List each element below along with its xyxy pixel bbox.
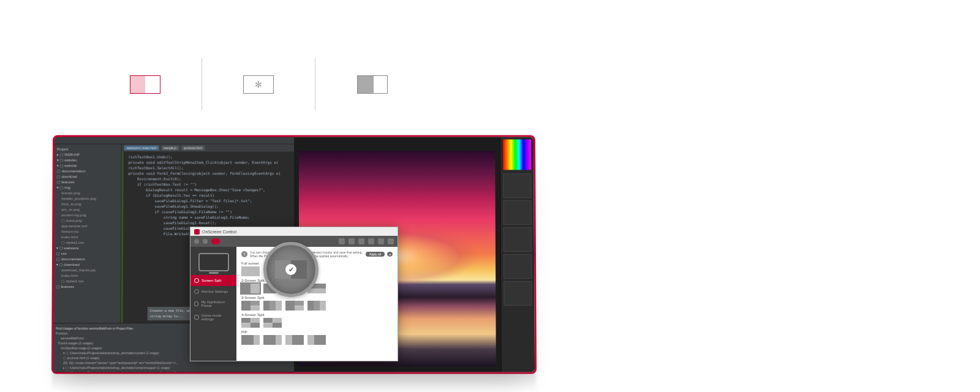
tree-folder[interactable]: ▢ features bbox=[57, 179, 119, 185]
tree-file[interactable]: download_thanks.jsp bbox=[56, 268, 118, 273]
navigator-panel[interactable] bbox=[503, 281, 532, 306]
code-line: Environment.Exit(0); bbox=[128, 176, 289, 181]
editor-tab[interactable]: sample.js bbox=[161, 146, 179, 151]
tree-folder[interactable]: ▾ ▢ website bbox=[57, 163, 119, 168]
toolbar-control[interactable] bbox=[368, 238, 374, 244]
adjustments-panel[interactable] bbox=[503, 200, 532, 225]
tree-folder[interactable]: ▢ documentation bbox=[57, 168, 119, 174]
menu-monitor-settings[interactable]: Monitor Settings bbox=[190, 286, 236, 297]
color-swatches[interactable] bbox=[503, 140, 531, 170]
code-line: private void Form1_FormClosing(object se… bbox=[128, 170, 289, 176]
gray-split-icon bbox=[357, 75, 388, 94]
brand-icon bbox=[194, 229, 200, 235]
tree-folder[interactable]: ▢ documentation bbox=[56, 257, 118, 262]
tree-folder[interactable]: ▸ ▢ WEB-INF bbox=[57, 152, 119, 157]
tree-file[interactable]: favicon.ico bbox=[56, 229, 118, 235]
tree-folder[interactable]: ▢ download bbox=[57, 174, 119, 179]
tree-file[interactable]: html_sc.png bbox=[56, 202, 118, 207]
layout-2-half[interactable] bbox=[241, 284, 260, 293]
section-three: 3-Screen Split bbox=[241, 296, 393, 300]
split-icon bbox=[130, 75, 160, 94]
tree-folder[interactable]: ▾ ▢ webdev bbox=[57, 157, 119, 163]
apply-all-button[interactable]: Apply all bbox=[366, 252, 385, 257]
panel-title: Project bbox=[57, 147, 119, 153]
tab-loading[interactable] bbox=[202, 58, 315, 110]
tab-screen-split[interactable] bbox=[89, 58, 202, 110]
tree-file[interactable]: index.html bbox=[56, 273, 118, 279]
tree-folder[interactable]: ▾ ▢ webstore bbox=[56, 246, 118, 251]
code-line: saveFileDialog1.ShowDialog(); bbox=[128, 203, 289, 209]
tree-file[interactable]: product-bg.png bbox=[56, 213, 118, 218]
code-line: richTextBox1.Undo(); bbox=[129, 154, 289, 159]
feature-tabs bbox=[89, 58, 429, 110]
nav-fwd-icon[interactable] bbox=[203, 239, 208, 244]
section-pip: PIP bbox=[241, 330, 393, 334]
tree-file[interactable]: ▢ styles1.css bbox=[56, 279, 118, 284]
nav-back-icon[interactable] bbox=[194, 239, 199, 244]
menu-screen-split[interactable]: Screen Split bbox=[190, 275, 236, 286]
section-four: 4-Screen Split bbox=[241, 313, 393, 317]
check-icon: ✔ bbox=[285, 264, 296, 275]
tab-gray-split[interactable] bbox=[315, 58, 429, 110]
image-editor-toolbar[interactable] bbox=[294, 137, 500, 146]
ide-menubar[interactable] bbox=[55, 137, 294, 145]
toolbar-control[interactable] bbox=[388, 238, 394, 244]
eye-icon[interactable] bbox=[211, 238, 220, 244]
layout-pip-a[interactable] bbox=[241, 335, 260, 345]
section-two: 2-Screen Split bbox=[241, 279, 393, 282]
dialog-title: OnScreen Control bbox=[202, 230, 236, 234]
tree-folder[interactable]: ▢ features bbox=[56, 284, 118, 290]
tree-file[interactable]: app-service.xml bbox=[56, 224, 118, 229]
layout-3b[interactable] bbox=[263, 301, 282, 311]
editor-tabs[interactable]: webstorm | index.html sample.js products… bbox=[122, 145, 294, 152]
code-line: saveFileDialog1.Filter = "Text files|*.t… bbox=[128, 198, 289, 203]
toolbar-control[interactable] bbox=[358, 238, 364, 244]
layout-pip-c[interactable] bbox=[285, 335, 304, 345]
monitor-icon bbox=[198, 253, 229, 271]
tree-file[interactable]: pro_sc.png bbox=[56, 207, 118, 213]
code-line: if (saveFileDialog1.FileName != "") bbox=[128, 209, 289, 214]
properties-panel[interactable] bbox=[503, 227, 532, 252]
tree-file[interactable]: ▢ styles1.css bbox=[56, 240, 118, 246]
info-icon: i bbox=[241, 251, 247, 257]
toolbar-control[interactable] bbox=[349, 238, 355, 244]
tree-file[interactable]: header_products.png bbox=[56, 196, 118, 202]
layout-pip-d[interactable] bbox=[307, 335, 326, 345]
usage-row[interactable]: ▸ ▢ /Users/mpku/Projects/website/eshop_d… bbox=[63, 365, 292, 370]
tree-folder[interactable]: ▾ ▢ img bbox=[57, 185, 119, 190]
layout-pip-b[interactable] bbox=[263, 335, 282, 345]
dialog-sidebar: Screen Split Monitor Settings My Applica… bbox=[190, 247, 236, 361]
editor-tab[interactable]: products.html bbox=[181, 146, 205, 151]
dialog-titlebar[interactable]: OnScreen Control bbox=[190, 227, 398, 236]
project-tree[interactable]: Project ▸ ▢ WEB-INF▾ ▢ webdev ▾ ▢ websit… bbox=[53, 145, 121, 323]
image-editor-panels[interactable] bbox=[500, 137, 535, 372]
history-panel[interactable] bbox=[503, 254, 532, 279]
code-line: if (richTextBox.Text != "") bbox=[128, 181, 289, 187]
magnified-layout: ✔ bbox=[275, 260, 307, 279]
tree-file[interactable]: brands.png bbox=[57, 190, 119, 196]
magnifier-overlay: ✔ bbox=[263, 242, 318, 297]
layout-3a[interactable] bbox=[241, 301, 260, 311]
layout-3d[interactable] bbox=[307, 301, 326, 311]
layout-3c[interactable] bbox=[285, 301, 304, 311]
layout-4b[interactable] bbox=[263, 318, 282, 328]
code-line: if (DialogResult.Yes == result) bbox=[128, 192, 289, 198]
tree-folder[interactable]: ▢ css bbox=[56, 251, 118, 257]
tree-file[interactable]: ▢ icons.png bbox=[56, 218, 118, 224]
toolbar-control[interactable] bbox=[339, 238, 345, 244]
loading-icon bbox=[243, 75, 274, 94]
tree-file[interactable]: index.html bbox=[56, 235, 118, 240]
code-line: DialogResult result = MessageBox.Show("S… bbox=[128, 187, 289, 192]
code-line: private void editToolStripMenuItem_Click… bbox=[129, 159, 289, 165]
code-line: saveFileDialog1.Reset(); bbox=[128, 220, 289, 225]
menu-app-preset[interactable]: My Application Preset bbox=[190, 297, 236, 311]
editor-tab[interactable]: webstorm | index.html bbox=[124, 146, 159, 151]
layers-panel[interactable] bbox=[503, 173, 531, 198]
apply-round-button[interactable]: ● bbox=[387, 252, 393, 257]
monitor-reflection bbox=[52, 372, 536, 390]
tree-folder[interactable]: ▾ ▢ download bbox=[56, 262, 118, 268]
menu-game-mode[interactable]: Game mode settings bbox=[190, 311, 236, 324]
layout-full[interactable] bbox=[241, 266, 260, 276]
toolbar-control[interactable] bbox=[378, 238, 384, 244]
layout-4a[interactable] bbox=[241, 318, 260, 328]
